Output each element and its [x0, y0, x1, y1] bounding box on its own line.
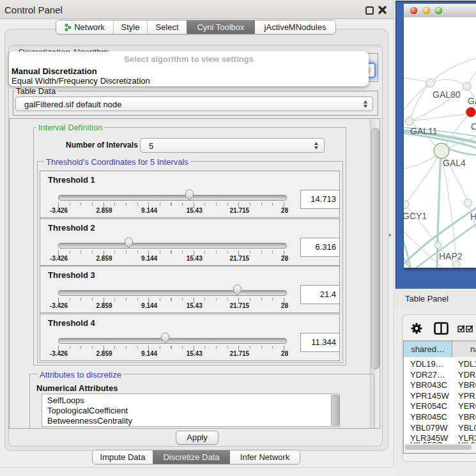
svg-text:CA: CA	[471, 121, 476, 132]
svg-text:HAP2: HAP2	[439, 251, 463, 261]
svg-text:GAL11: GAL11	[410, 126, 438, 136]
svg-text:H: H	[470, 211, 476, 222]
svg-text:GAL80: GAL80	[433, 89, 461, 100]
svg-text:GAL4: GAL4	[443, 158, 466, 168]
svg-text:GA: GA	[468, 96, 476, 106]
svg-text:GCY1: GCY1	[404, 211, 427, 221]
